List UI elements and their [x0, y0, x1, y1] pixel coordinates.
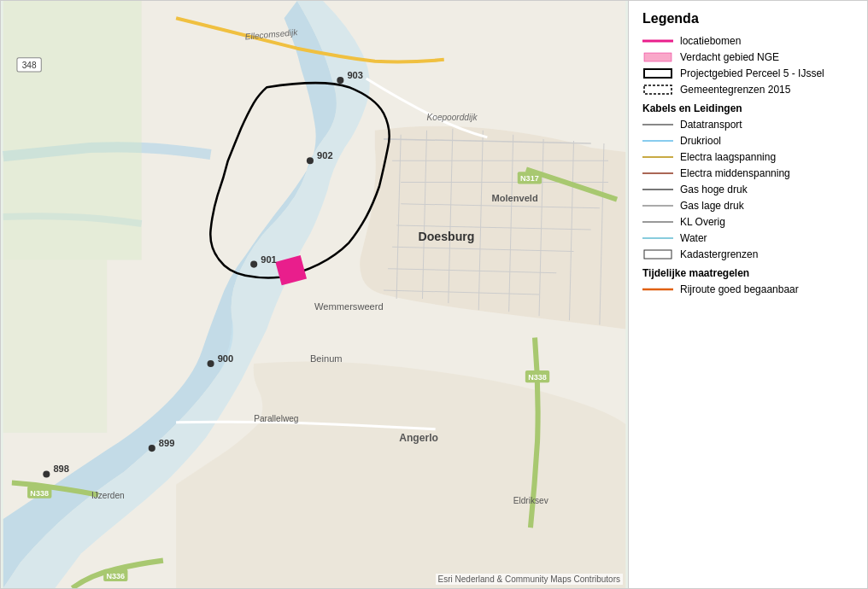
legend-symbol-drukriool	[642, 135, 673, 147]
svg-rect-2	[3, 260, 107, 433]
legend-title: Legenda	[642, 11, 853, 26]
legend-item-kl-overig: KL Overig	[642, 216, 853, 228]
svg-rect-55	[644, 85, 672, 94]
legend-symbol-kl-overig	[642, 216, 673, 228]
svg-text:903: 903	[347, 70, 363, 80]
legend-symbol-projectgebied	[642, 67, 673, 79]
svg-text:IJzerden: IJzerden	[91, 491, 125, 500]
legend-label-electra-laag: Electra laagspanning	[680, 151, 776, 163]
svg-text:Eldriksev: Eldriksev	[513, 496, 549, 505]
legend-item-electra-laag: Electra laagspanning	[642, 151, 853, 163]
legend-label-verdacht: Verdacht gebied NGE	[680, 51, 779, 63]
legend-label-kadaster: Kadastergrenzen	[680, 248, 758, 260]
svg-text:N317: N317	[520, 174, 539, 183]
svg-text:Wemmersweerd: Wemmersweerd	[314, 301, 384, 312]
legend-symbol-locatiebomen	[642, 35, 673, 47]
legend-symbol-kadaster	[642, 248, 673, 260]
legend-label-gemeentegrenzen: Gemeentegrenzen 2015	[680, 84, 790, 96]
legend-symbol-gas-laag	[642, 200, 673, 212]
legend-label-datatransport: Datatransport	[680, 119, 742, 131]
svg-point-30	[307, 157, 314, 164]
legend-item-gemeentegrenzen: Gemeentegrenzen 2015	[642, 84, 853, 96]
legend-section-tijdelijk: Tijdelijke maatregelen	[642, 267, 853, 279]
legend-symbol-water	[642, 232, 673, 244]
svg-point-38	[43, 470, 50, 477]
svg-rect-53	[644, 53, 672, 61]
legend-symbol-rijroute	[642, 283, 673, 295]
legend-label-projectgebied: Projectgebied Perceel 5 - IJssel	[680, 67, 824, 79]
svg-text:N338: N338	[30, 489, 49, 498]
legend-item-projectgebied: Projectgebied Perceel 5 - IJssel	[642, 67, 853, 79]
svg-text:900: 900	[218, 353, 234, 364]
legend-symbol-gas-hoog	[642, 184, 673, 195]
svg-text:Molenveld: Molenveld	[491, 193, 538, 203]
svg-point-32	[250, 261, 257, 268]
svg-text:898: 898	[53, 464, 69, 474]
legend-label-rijroute: Rijroute goed begaanbaar	[680, 283, 799, 295]
svg-text:Doesburg: Doesburg	[418, 230, 474, 243]
svg-text:N338: N338	[528, 373, 547, 382]
legend-item-gas-hoog: Gas hoge druk	[642, 184, 853, 195]
legend-item-kadaster: Kadastergrenzen	[642, 248, 853, 260]
svg-text:902: 902	[317, 150, 333, 160]
map-attribution: Esri Nederland & Community Maps Contribu…	[436, 574, 623, 585]
legend-label-locatiebomen: locatiebomen	[680, 35, 741, 47]
legend-section-kabels: Kabels en Leidingen	[642, 102, 853, 114]
svg-rect-54	[644, 69, 672, 78]
svg-text:348: 348	[22, 61, 37, 70]
svg-text:Beinum: Beinum	[310, 353, 343, 364]
legend-label-drukriool: Drukriool	[680, 135, 721, 147]
legend-symbol-electra-laag	[642, 151, 673, 163]
main-container: N317 N338 N338 N336	[0, 0, 868, 589]
legend-label-water: Water	[680, 232, 707, 244]
svg-text:901: 901	[261, 254, 277, 265]
map-area[interactable]: N317 N338 N338 N336	[0, 0, 629, 589]
legend-item-gas-laag: Gas lage druk	[642, 200, 853, 212]
legend-symbol-verdacht	[642, 51, 673, 63]
legend-item-datatransport: Datatransport	[642, 119, 853, 131]
svg-text:Koepoorddijk: Koepoorddijk	[427, 113, 478, 122]
svg-rect-1	[3, 1, 142, 260]
legend-item-drukriool: Drukriool	[642, 135, 853, 147]
legend-panel: Legenda locatiebomen Verdacht gebied NGE…	[629, 0, 868, 589]
svg-rect-64	[644, 250, 672, 259]
legend-symbol-electra-midden	[642, 167, 673, 179]
legend-item-rijroute: Rijroute goed begaanbaar	[642, 283, 853, 295]
legend-label-electra-midden: Electra middenspanning	[680, 167, 790, 179]
legend-label-kl-overig: KL Overig	[680, 216, 725, 228]
svg-point-28	[337, 77, 343, 84]
legend-label-gas-hoog: Gas hoge druk	[680, 184, 748, 195]
svg-text:Angerlo: Angerlo	[399, 432, 438, 444]
svg-point-36	[149, 445, 155, 452]
svg-text:899: 899	[159, 438, 175, 448]
legend-item-electra-midden: Electra middenspanning	[642, 167, 853, 179]
legend-item-water: Water	[642, 232, 853, 244]
svg-text:N336: N336	[106, 572, 125, 580]
legend-symbol-datatransport	[642, 119, 673, 131]
legend-item-locatiebomen: locatiebomen	[642, 35, 853, 47]
legend-item-verdacht: Verdacht gebied NGE	[642, 51, 853, 63]
svg-point-34	[208, 360, 214, 367]
legend-label-gas-laag: Gas lage druk	[680, 200, 744, 212]
svg-text:Parallelweg: Parallelweg	[254, 414, 298, 423]
legend-symbol-gemeentegrenzen	[642, 84, 673, 96]
